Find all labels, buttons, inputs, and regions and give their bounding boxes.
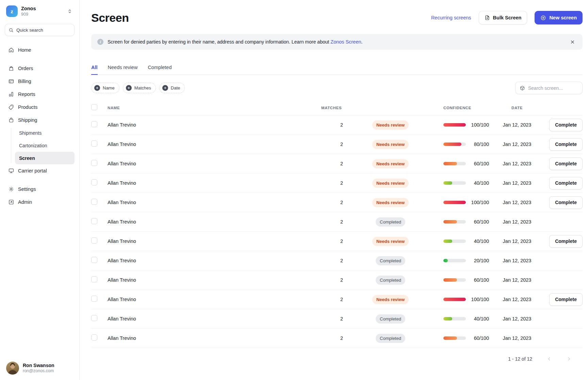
confidence-bar-fill — [443, 201, 466, 204]
row-name: Allan Trevino — [108, 200, 321, 205]
sidebar-item-home[interactable]: Home — [5, 44, 75, 56]
row-action-cell: Complete — [545, 138, 583, 151]
chevron-up-down-icon[interactable] — [66, 8, 73, 15]
row-name: Allan Trevino — [108, 335, 321, 341]
screen-search[interactable] — [515, 82, 583, 94]
confidence-score: 60/100 — [466, 219, 489, 225]
row-name: Allan Trevino — [108, 277, 321, 283]
sidebar-item-billing[interactable]: Billing — [5, 75, 75, 88]
complete-button[interactable]: Complete — [549, 196, 583, 209]
row-checkbox-cell — [91, 257, 108, 264]
row-checkbox[interactable] — [91, 315, 97, 321]
recurring-screens-link[interactable]: Recurring screens — [431, 15, 471, 20]
bulk-screen-button[interactable]: Bulk Screen — [479, 11, 527, 24]
row-name: Allan Trevino — [108, 180, 321, 186]
confidence-bar-fill — [443, 123, 466, 127]
row-checkbox[interactable] — [91, 237, 97, 244]
org-switcher[interactable]: z Zonos 909 — [5, 5, 75, 17]
complete-button[interactable]: Complete — [549, 158, 583, 170]
chevron-right-icon[interactable] — [565, 355, 573, 363]
row-matches: 2 — [321, 142, 343, 147]
row-checkbox[interactable] — [91, 160, 97, 166]
user-email: ron@zonos.com — [23, 368, 54, 374]
confidence-cell: 40/100 — [438, 316, 489, 321]
row-checkbox[interactable] — [91, 121, 97, 127]
table-row: Allan Trevino2Needs review100/100Jan 12,… — [91, 115, 583, 135]
info-icon: i — [97, 39, 103, 45]
confidence-bar-fill — [443, 259, 448, 262]
banner-text: Screen for denied parties by entering in… — [108, 39, 362, 45]
row-checkbox[interactable] — [91, 179, 97, 185]
filter-pill-date[interactable]: Date — [159, 83, 185, 93]
tab-needs-review[interactable]: Needs review — [108, 65, 138, 75]
sidebar-item-orders[interactable]: Orders — [5, 62, 75, 75]
sidebar-item-shipping[interactable]: Shipping — [5, 114, 75, 127]
confidence-score: 80/100 — [466, 142, 489, 147]
complete-button[interactable]: Complete — [549, 293, 583, 306]
screen-search-input[interactable] — [528, 85, 578, 91]
confidence-cell: 20/100 — [438, 258, 489, 263]
pagination-range: 1 - 12 of 12 — [508, 356, 532, 362]
org-name: Zonos — [21, 6, 63, 12]
row-matches: 2 — [321, 238, 343, 244]
sidebar-item-screen[interactable]: Screen — [15, 152, 75, 164]
tab-completed[interactable]: Completed — [148, 65, 172, 75]
row-checkbox[interactable] — [91, 257, 97, 263]
row-checkbox[interactable] — [91, 141, 97, 147]
confidence-bar — [443, 123, 466, 127]
column-header-date: DATE — [489, 106, 545, 110]
status-badge-cell: Completed — [343, 256, 438, 265]
row-matches: 2 — [321, 180, 343, 186]
close-icon[interactable] — [569, 38, 576, 46]
sidebar-item-reports[interactable]: Reports — [5, 88, 75, 101]
new-screen-button[interactable]: New screen — [535, 11, 583, 24]
select-all-checkbox[interactable] — [91, 104, 97, 110]
quick-search[interactable] — [5, 24, 75, 36]
sidebar-item-shipments[interactable]: Shipments — [15, 127, 75, 139]
row-checkbox[interactable] — [91, 218, 97, 224]
complete-button[interactable]: Complete — [549, 177, 583, 189]
chevron-left-icon[interactable] — [545, 355, 553, 363]
user-menu[interactable]: Ron Swanson ron@zonos.com — [5, 360, 75, 375]
filter-pill-matches[interactable]: Matches — [123, 83, 156, 93]
sidebar-item-carrier-portal[interactable]: Carrier portal — [5, 164, 75, 177]
complete-button[interactable]: Complete — [549, 235, 583, 248]
row-checkbox-cell — [91, 179, 108, 187]
row-checkbox[interactable] — [91, 334, 97, 341]
sidebar-item-settings[interactable]: Settings — [5, 183, 75, 196]
sidebar-item-cartonization[interactable]: Cartonization — [15, 139, 75, 152]
row-checkbox[interactable] — [91, 199, 97, 205]
confidence-bar — [443, 162, 466, 165]
row-matches: 2 — [321, 297, 343, 302]
status-badge-cell: Completed — [343, 314, 438, 324]
sidebar-item-label: Admin — [18, 199, 32, 205]
complete-button[interactable]: Complete — [549, 119, 583, 131]
sidebar-item-products[interactable]: Products — [5, 101, 75, 114]
tab-all[interactable]: All — [91, 65, 98, 75]
row-checkbox-cell — [91, 315, 108, 323]
row-name: Allan Trevino — [108, 238, 321, 244]
row-action-cell: Complete — [545, 293, 583, 306]
confidence-cell: 60/100 — [438, 335, 489, 341]
row-name: Allan Trevino — [108, 161, 321, 166]
row-date: Jan 12, 2023 — [489, 316, 545, 321]
plus-icon — [94, 85, 100, 91]
sidebar-item-admin[interactable]: Admin — [5, 196, 75, 209]
plus-circle-icon — [540, 15, 546, 21]
zonos-screen-link[interactable]: Zonos Screen — [330, 39, 361, 45]
row-date: Jan 12, 2023 — [489, 122, 545, 128]
row-date: Jan 12, 2023 — [489, 200, 545, 205]
column-header-matches: MATCHES — [321, 106, 343, 110]
row-checkbox[interactable] — [91, 296, 97, 302]
row-date: Jan 12, 2023 — [489, 180, 545, 186]
reports-icon — [8, 91, 14, 97]
complete-button[interactable]: Complete — [549, 138, 583, 151]
row-checkbox[interactable] — [91, 276, 97, 282]
status-badge-cell: Needs review — [343, 179, 438, 188]
confidence-bar — [443, 259, 466, 262]
status-badge-cell: Needs review — [343, 198, 438, 207]
quick-search-input[interactable] — [16, 28, 71, 33]
sidebar-item-label: Orders — [18, 66, 33, 71]
row-checkbox-cell — [91, 296, 108, 303]
filter-pill-name[interactable]: Name — [91, 83, 119, 93]
